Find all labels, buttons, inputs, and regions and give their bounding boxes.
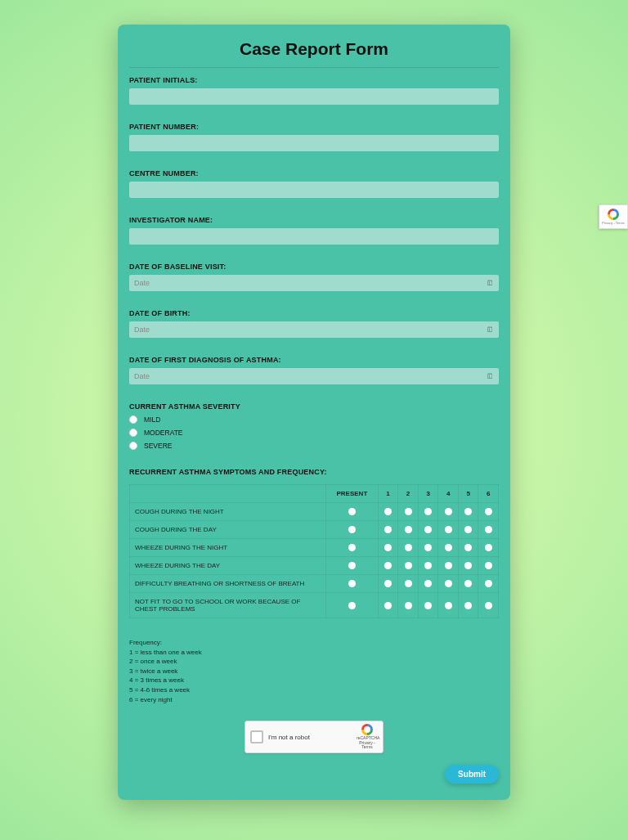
matrix-cell[interactable] [438, 539, 459, 557]
radio-icon[interactable] [405, 544, 412, 551]
radio-icon[interactable] [445, 526, 452, 533]
matrix-cell[interactable] [458, 503, 478, 521]
matrix-cell[interactable] [378, 593, 398, 618]
radio-icon[interactable] [424, 602, 432, 609]
radio-icon[interactable] [405, 580, 412, 587]
input-first-diagnosis[interactable] [129, 368, 499, 384]
matrix-cell[interactable] [418, 593, 438, 618]
matrix-cell[interactable] [458, 557, 478, 575]
radio-icon[interactable] [424, 562, 432, 569]
matrix-cell[interactable] [398, 503, 419, 521]
radio-icon[interactable] [384, 508, 392, 515]
severity-option-moderate[interactable]: MODERATE [129, 429, 499, 437]
radio-icon[interactable] [129, 429, 137, 437]
matrix-cell[interactable] [326, 521, 379, 539]
matrix-cell[interactable] [378, 557, 398, 575]
matrix-cell[interactable] [478, 539, 499, 557]
matrix-cell[interactable] [418, 539, 438, 557]
matrix-cell[interactable] [438, 521, 459, 539]
radio-icon[interactable] [348, 562, 356, 569]
matrix-cell[interactable] [378, 539, 398, 557]
matrix-cell[interactable] [418, 575, 438, 593]
matrix-cell[interactable] [378, 521, 398, 539]
input-patient-number[interactable] [129, 135, 499, 151]
matrix-cell[interactable] [418, 557, 438, 575]
matrix-cell[interactable] [438, 575, 459, 593]
matrix-cell[interactable] [418, 521, 438, 539]
radio-icon[interactable] [464, 544, 472, 551]
matrix-cell[interactable] [478, 503, 499, 521]
radio-icon[interactable] [485, 526, 492, 533]
radio-icon[interactable] [464, 508, 472, 515]
radio-icon[interactable] [464, 562, 472, 569]
radio-icon[interactable] [464, 580, 472, 587]
radio-icon[interactable] [129, 442, 137, 450]
severity-option-mild[interactable]: MILD [129, 416, 499, 424]
matrix-cell[interactable] [398, 539, 419, 557]
matrix-cell[interactable] [378, 503, 398, 521]
matrix-cell[interactable] [326, 503, 379, 521]
matrix-cell[interactable] [326, 539, 379, 557]
matrix-cell[interactable] [378, 575, 398, 593]
radio-icon[interactable] [384, 580, 392, 587]
radio-icon[interactable] [384, 562, 392, 569]
radio-icon[interactable] [424, 580, 432, 587]
radio-icon[interactable] [464, 602, 472, 609]
radio-icon[interactable] [348, 544, 356, 551]
radio-icon[interactable] [485, 508, 492, 515]
input-centre-number[interactable] [129, 182, 499, 198]
matrix-cell[interactable] [418, 503, 438, 521]
radio-icon[interactable] [424, 508, 432, 515]
input-dob[interactable] [129, 321, 499, 338]
recaptcha-checkbox[interactable] [250, 730, 263, 743]
radio-icon[interactable] [405, 508, 412, 515]
radio-icon[interactable] [445, 544, 452, 551]
matrix-cell[interactable] [458, 539, 478, 557]
input-patient-initials[interactable] [129, 88, 499, 105]
radio-icon[interactable] [129, 416, 137, 424]
matrix-cell[interactable] [438, 557, 459, 575]
recaptcha-widget[interactable]: I'm not a robot reCAPTCHA Privacy - Term… [244, 721, 384, 753]
radio-icon[interactable] [485, 562, 492, 569]
matrix-cell[interactable] [438, 593, 459, 618]
submit-button[interactable]: Submit [445, 765, 499, 784]
radio-icon[interactable] [348, 526, 356, 533]
radio-icon[interactable] [384, 526, 392, 533]
radio-icon[interactable] [384, 602, 392, 609]
radio-icon[interactable] [445, 580, 452, 587]
radio-icon[interactable] [424, 544, 432, 551]
radio-icon[interactable] [485, 602, 492, 609]
matrix-cell[interactable] [478, 575, 499, 593]
radio-icon[interactable] [405, 562, 412, 569]
matrix-cell[interactable] [458, 575, 478, 593]
matrix-cell[interactable] [398, 521, 419, 539]
matrix-cell[interactable] [326, 593, 379, 618]
radio-icon[interactable] [384, 544, 392, 551]
radio-icon[interactable] [464, 526, 472, 533]
matrix-cell[interactable] [326, 557, 379, 575]
radio-icon[interactable] [445, 508, 452, 515]
matrix-cell[interactable] [478, 521, 499, 539]
radio-icon[interactable] [348, 602, 356, 609]
radio-icon[interactable] [445, 602, 452, 609]
matrix-cell[interactable] [326, 575, 379, 593]
radio-icon[interactable] [485, 544, 492, 551]
radio-icon[interactable] [445, 562, 452, 569]
recaptcha-badge[interactable]: Privacy - Terms [599, 204, 628, 229]
matrix-cell[interactable] [398, 557, 419, 575]
input-baseline-date[interactable] [129, 275, 499, 291]
input-investigator-name[interactable] [129, 228, 499, 245]
severity-option-severe[interactable]: SEVERE [129, 442, 499, 450]
radio-icon[interactable] [405, 602, 412, 609]
radio-icon[interactable] [424, 526, 432, 533]
matrix-cell[interactable] [458, 593, 478, 618]
matrix-cell[interactable] [398, 575, 419, 593]
matrix-cell[interactable] [478, 557, 499, 575]
radio-icon[interactable] [348, 580, 356, 587]
radio-icon[interactable] [485, 580, 492, 587]
radio-icon[interactable] [405, 526, 412, 533]
matrix-cell[interactable] [398, 593, 419, 618]
matrix-cell[interactable] [458, 521, 478, 539]
matrix-cell[interactable] [478, 593, 499, 618]
radio-icon[interactable] [348, 508, 356, 515]
